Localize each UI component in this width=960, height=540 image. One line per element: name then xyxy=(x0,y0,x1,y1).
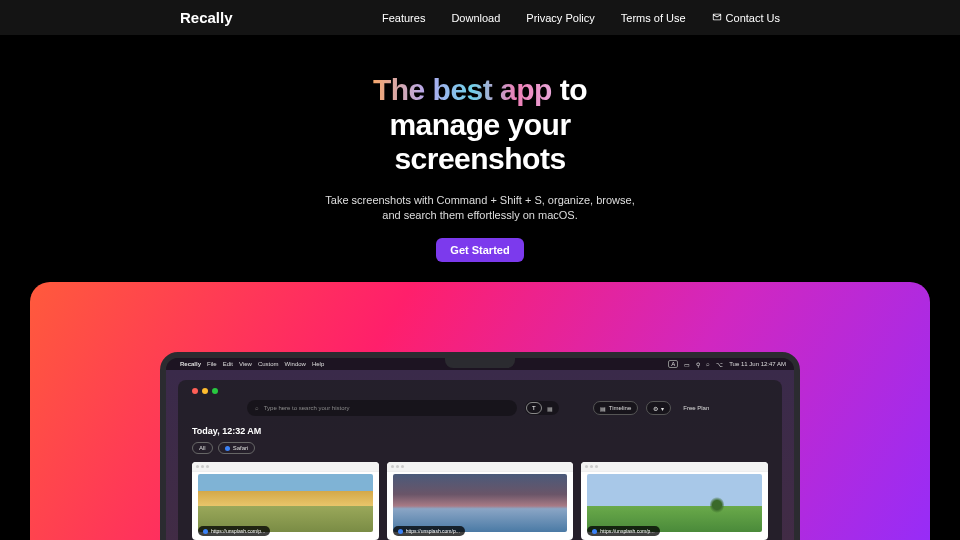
search-input[interactable]: ⌕ Type here to search your history xyxy=(247,400,517,416)
nav-links: Features Download Privacy Policy Terms o… xyxy=(382,12,780,24)
screenshot-card[interactable]: https://unsplash.com/p... xyxy=(581,462,768,540)
favicon-icon xyxy=(398,529,403,534)
search-placeholder: Type here to search your history xyxy=(264,405,350,411)
top-nav: Recally Features Download Privacy Policy… xyxy=(0,0,960,35)
plan-label: Free Plan xyxy=(679,405,713,411)
url-badge: https://unsplash.com/p... xyxy=(587,526,659,536)
nav-download[interactable]: Download xyxy=(451,12,500,24)
hero-heading-gradient: The best app xyxy=(373,73,552,106)
nav-terms[interactable]: Terms of Use xyxy=(621,12,686,24)
minimize-dot xyxy=(202,388,208,394)
url-badge: https://unsplash.com/p... xyxy=(198,526,270,536)
seg-grid-icon[interactable]: ▦ xyxy=(542,402,558,414)
search-icon: ⌕ xyxy=(706,361,710,367)
nav-features[interactable]: Features xyxy=(382,12,425,24)
menubar-file: File xyxy=(207,361,217,367)
nav-contact-label: Contact Us xyxy=(726,12,780,24)
screenshot-card[interactable]: https://unsplash.com/p... xyxy=(387,462,574,540)
menubar-help: Help xyxy=(312,361,324,367)
lang-icon: A xyxy=(668,360,678,368)
settings-button[interactable]: ⚙ ▾ xyxy=(646,401,671,415)
hero-heading: The best app to manage your screenshots xyxy=(20,73,940,177)
search-icon: ⌕ xyxy=(255,405,259,411)
battery-icon: ▭ xyxy=(684,361,690,368)
control-center-icon: ⌥ xyxy=(716,361,723,368)
menubar-edit: Edit xyxy=(223,361,233,367)
mail-icon xyxy=(712,12,722,24)
traffic-lights xyxy=(192,388,768,394)
filter-chips: All Safari xyxy=(192,442,768,454)
thumbnail xyxy=(587,474,762,532)
menubar-clock: Tue 11 Jun 12:47 AM xyxy=(729,361,786,367)
hero-stage: Recally File Edit View Custom Window Hel… xyxy=(30,282,930,540)
thumbnail xyxy=(393,474,568,532)
seg-text[interactable]: T xyxy=(526,402,542,414)
favicon-icon xyxy=(203,529,208,534)
hero-subtext: Take screenshots with Command + Shift + … xyxy=(20,193,940,225)
calendar-icon: ▤ xyxy=(600,405,606,412)
thumbnail xyxy=(198,474,373,532)
nav-contact[interactable]: Contact Us xyxy=(712,12,780,24)
zoom-dot xyxy=(212,388,218,394)
view-segmented[interactable]: T ▦ xyxy=(525,401,559,415)
menubar-custom: Custom xyxy=(258,361,279,367)
chip-all[interactable]: All xyxy=(192,442,213,454)
close-dot xyxy=(192,388,198,394)
gear-icon: ⚙ xyxy=(653,405,658,412)
url-badge: https://unsplash.com/p... xyxy=(393,526,465,536)
nav-privacy[interactable]: Privacy Policy xyxy=(526,12,594,24)
favicon-icon xyxy=(592,529,597,534)
laptop-notch xyxy=(445,358,515,368)
timeline-button[interactable]: ▤ Timeline xyxy=(593,401,638,415)
screenshot-card[interactable]: https://unsplash.com/p... xyxy=(192,462,379,540)
menubar-app-name: Recally xyxy=(180,361,201,367)
chevron-down-icon: ▾ xyxy=(661,405,664,412)
app-window: ⌕ Type here to search your history T ▦ ▤… xyxy=(178,380,782,540)
get-started-button[interactable]: Get Started xyxy=(436,238,523,262)
section-title: Today, 12:32 AM xyxy=(192,426,768,436)
screenshot-grid: https://unsplash.com/p... https://unspla… xyxy=(192,462,768,540)
menubar-window: Window xyxy=(285,361,306,367)
brand-logo[interactable]: Recally xyxy=(180,9,233,26)
hero: The best app to manage your screenshots … xyxy=(0,35,960,274)
menubar-view: View xyxy=(239,361,252,367)
wifi-icon: ⚲ xyxy=(696,361,700,368)
safari-icon xyxy=(225,446,230,451)
chip-safari[interactable]: Safari xyxy=(218,442,256,454)
laptop-mockup: Recally File Edit View Custom Window Hel… xyxy=(160,352,800,540)
toolbar: ⌕ Type here to search your history T ▦ ▤… xyxy=(192,400,768,416)
